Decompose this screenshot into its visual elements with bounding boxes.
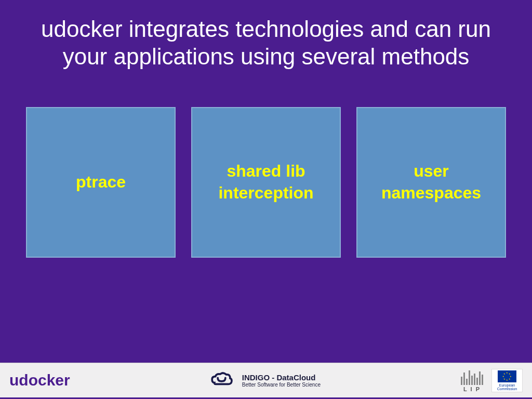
box-user-namespaces: user namespaces — [356, 107, 506, 258]
eu-flag-icon: ★ ★ ★ ★ ★ ★ ★ ★ — [498, 370, 516, 382]
lip-bars-icon — [461, 370, 483, 385]
lip-logo: L I P — [458, 369, 486, 392]
indigo-cloud-icon — [207, 370, 236, 391]
indigo-subtitle: Better Software for Better Science — [242, 382, 321, 388]
method-boxes: ptrace shared lib interception user name… — [21, 107, 511, 258]
slide-content: udocker integrates technologies and can … — [0, 0, 532, 363]
slide-title: udocker integrates technologies and can … — [21, 16, 511, 71]
ec-text: European Commission — [493, 383, 521, 391]
box-shared-lib: shared lib interception — [191, 107, 341, 258]
footer: udocker INDIGO - DataCloud Better Softwa… — [0, 363, 532, 399]
footer-center: INDIGO - DataCloud Better Software for B… — [70, 370, 458, 391]
lip-text: L I P — [463, 386, 481, 392]
box-label: user namespaces — [368, 161, 495, 204]
box-label: shared lib interception — [203, 161, 329, 204]
footer-right: L I P ★ ★ ★ ★ ★ ★ ★ ★ European Commissio… — [458, 369, 523, 392]
box-label: ptrace — [76, 171, 126, 193]
box-ptrace: ptrace — [26, 107, 176, 258]
indigo-text: INDIGO - DataCloud Better Software for B… — [242, 373, 321, 388]
indigo-title: INDIGO - DataCloud — [242, 373, 321, 382]
ec-logo: ★ ★ ★ ★ ★ ★ ★ ★ European Commission — [491, 369, 523, 392]
footer-brand: udocker — [9, 371, 70, 389]
